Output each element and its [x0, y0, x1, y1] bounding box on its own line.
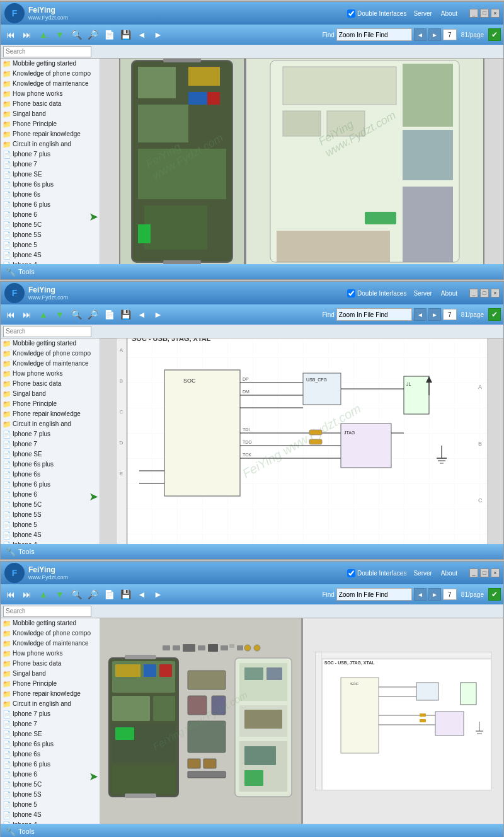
sidebar-item-how-phone[interactable]: 📁How phone works — [1, 89, 100, 99]
s2-iphone6[interactable]: 📄Iphone 6 — [1, 490, 100, 500]
s3-phone-principle[interactable]: 📁Phone Principle — [1, 679, 100, 689]
zoom-in-btn-1[interactable]: 🔍 — [69, 27, 84, 42]
sidebar-item-iphone7plus[interactable]: 📄Iphone 7 plus — [1, 149, 100, 159]
sidebar-item-circuit-en[interactable]: 📁Circuit in english and — [1, 139, 100, 149]
maximize-btn-2[interactable]: □ — [480, 289, 489, 297]
s2-iphonese[interactable]: 📄Iphone SE — [1, 449, 100, 459]
s2-knowledge-comp[interactable]: 📁Knowledge of phone compo — [1, 349, 100, 359]
sidebar-item-iphone6plus[interactable]: 📄Iphone 6 plus — [1, 200, 100, 210]
s2-iphone5c[interactable]: 📄Iphone 5C — [1, 500, 100, 510]
ok-btn-1[interactable]: ✔ — [488, 28, 501, 41]
maximize-btn-1[interactable]: □ — [480, 9, 489, 18]
s3-iphone5[interactable]: 📄Iphone 5 — [1, 800, 100, 810]
s3-circuit-en[interactable]: 📁Circuit in english and — [1, 699, 100, 709]
s3-iphone5c[interactable]: 📄Iphone 5C — [1, 780, 100, 790]
sidebar-item-knowledge-maint[interactable]: 📁Knowledge of maintenance — [1, 79, 100, 89]
maximize-btn-3[interactable]: □ — [480, 569, 489, 577]
save-btn-2[interactable]: 💾 — [118, 307, 133, 322]
s3-iphonese[interactable]: 📄Iphone SE — [1, 729, 100, 739]
find-next-btn-3[interactable]: ► — [428, 588, 441, 601]
page-number-input-1[interactable] — [443, 29, 457, 40]
s3-phone-basic[interactable]: 📁Phone basic data — [1, 659, 100, 669]
viewer-1[interactable]: FeiYingwww.Fydzt.com — [100, 59, 503, 264]
sidebar-item-mobbile[interactable]: 📁Mobbile getting started — [1, 59, 100, 69]
s3-phone-repair[interactable]: 📁Phone repair knowledge — [1, 689, 100, 699]
find-next-btn-1[interactable]: ► — [428, 28, 441, 41]
tools-btn-2[interactable]: 🔧 Tools — [6, 547, 35, 557]
about-btn-3[interactable]: About — [439, 570, 459, 577]
nav-right-btn-2[interactable]: ► — [151, 307, 166, 322]
double-interfaces-label-3[interactable]: Double Interfaces — [347, 569, 406, 577]
s2-iphone5[interactable]: 📄Iphone 5 — [1, 520, 100, 530]
s3-iphone7plus[interactable]: 📄Iphone 7 plus — [1, 709, 100, 719]
zoom-in-btn-3[interactable]: 🔍 — [69, 587, 84, 602]
s3-iphone6splus[interactable]: 📄Iphone 6s plus — [1, 739, 100, 749]
sidebar-item-iphone5[interactable]: 📄Iphone 5 — [1, 240, 100, 250]
s2-iphone4[interactable]: 📄Iphone 4 — [1, 540, 100, 544]
viewer-3[interactable]: FeiYing www.Fydzt.com — [100, 618, 503, 824]
sidebar-item-phone-principle[interactable]: 📁Phone Principle — [1, 119, 100, 129]
find-next-btn-2[interactable]: ► — [428, 308, 441, 321]
zoom-out-btn-2[interactable]: 🔎 — [85, 307, 100, 322]
s2-iphone5s[interactable]: 📄Iphone 5S — [1, 510, 100, 520]
about-btn-2[interactable]: About — [439, 290, 459, 297]
close-btn-3[interactable]: × — [491, 569, 500, 577]
s2-knowledge-maint[interactable]: 📁Knowledge of maintenance — [1, 359, 100, 369]
s3-iphone6[interactable]: 📄Iphone 6 — [1, 770, 100, 780]
nav-left-btn-3[interactable]: ◄ — [134, 587, 149, 602]
s2-phone-repair[interactable]: 📁Phone repair knowledge — [1, 409, 100, 419]
s2-singal[interactable]: 📁Singal band — [1, 389, 100, 399]
double-interfaces-checkbox-2[interactable] — [347, 289, 355, 297]
find-input-2[interactable] — [336, 308, 412, 321]
search-input-1[interactable] — [3, 46, 91, 57]
double-interfaces-label-2[interactable]: Double Interfaces — [347, 289, 406, 297]
nav-right-btn-3[interactable]: ► — [151, 587, 166, 602]
s3-how-phone[interactable]: 📁How phone works — [1, 649, 100, 659]
search-input-3[interactable] — [3, 606, 91, 617]
double-interfaces-checkbox-1[interactable] — [347, 9, 355, 18]
sidebar-item-phone-repair[interactable]: 📁Phone repair knowledge — [1, 129, 100, 139]
ok-btn-2[interactable]: ✔ — [488, 308, 501, 321]
nav-right-btn-1[interactable]: ► — [151, 27, 166, 42]
sidebar-item-iphone6[interactable]: 📄Iphone 6 — [1, 210, 100, 220]
find-prev-btn-1[interactable]: ◄ — [414, 28, 427, 41]
s2-phone-principle[interactable]: 📁Phone Principle — [1, 399, 100, 409]
s3-iphone7[interactable]: 📄Iphone 7 — [1, 719, 100, 729]
s3-iphone5s[interactable]: 📄Iphone 5S — [1, 790, 100, 800]
server-btn-1[interactable]: Server — [411, 10, 433, 17]
up-btn-1[interactable]: ▲ — [36, 27, 51, 42]
tools-btn-1[interactable]: 🔧 Tools — [6, 267, 35, 277]
s2-iphone6s[interactable]: 📄Iphone 6s — [1, 470, 100, 480]
s3-iphone6s[interactable]: 📄Iphone 6s — [1, 749, 100, 759]
s2-iphone7[interactable]: 📄Iphone 7 — [1, 439, 100, 449]
s3-knowledge-maint[interactable]: 📁Knowledge of maintenance — [1, 638, 100, 649]
back-btn-3[interactable]: ⏮ — [3, 587, 18, 602]
s2-iphone6plus[interactable]: 📄Iphone 6 plus — [1, 480, 100, 490]
s3-singal[interactable]: 📁Singal band — [1, 669, 100, 679]
server-btn-2[interactable]: Server — [411, 290, 433, 297]
find-input-1[interactable] — [336, 28, 412, 41]
zoom-out-btn-1[interactable]: 🔎 — [85, 27, 100, 42]
double-interfaces-label-1[interactable]: Double Interfaces — [347, 9, 406, 18]
minimize-btn-3[interactable]: _ — [469, 569, 478, 577]
sidebar-item-iphone5c[interactable]: 📄Iphone 5C — [1, 220, 100, 230]
down-btn-3[interactable]: ▼ — [52, 587, 67, 602]
double-interfaces-checkbox-3[interactable] — [347, 569, 355, 577]
about-btn-1[interactable]: About — [439, 10, 459, 17]
forward-btn-3[interactable]: ⏭ — [20, 587, 35, 602]
s3-iphone4s[interactable]: 📄Iphone 4S — [1, 810, 100, 820]
nav-left-btn-2[interactable]: ◄ — [134, 307, 149, 322]
close-btn-1[interactable]: × — [491, 9, 500, 18]
s2-mobbile[interactable]: 📁Mobbile getting started — [1, 338, 100, 349]
tools-btn-3[interactable]: 🔧 Tools — [6, 827, 35, 836]
nav-left-btn-1[interactable]: ◄ — [134, 27, 149, 42]
back-btn-2[interactable]: ⏮ — [3, 307, 18, 322]
forward-btn-1[interactable]: ⏭ — [20, 27, 35, 42]
close-btn-2[interactable]: × — [491, 289, 500, 297]
zoom-in-btn-2[interactable]: 🔍 — [69, 307, 84, 322]
s2-phone-basic[interactable]: 📁Phone basic data — [1, 379, 100, 389]
save-btn-1[interactable]: 💾 — [118, 27, 133, 42]
forward-btn-2[interactable]: ⏭ — [20, 307, 35, 322]
up-btn-3[interactable]: ▲ — [36, 587, 51, 602]
sidebar-item-iphone4s[interactable]: 📄Iphone 4S — [1, 250, 100, 260]
